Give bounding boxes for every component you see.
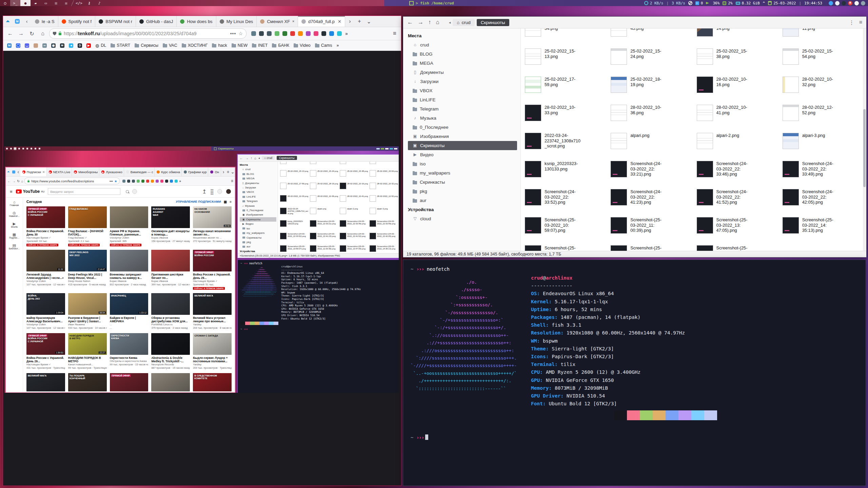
yt-video-card[interactable]: RUSSIANS AGAINST WARОксимирон даёт конце… [151, 206, 190, 246]
extension-icon-7[interactable] [306, 31, 311, 36]
file-entry[interactable]: Screenshot-​(25-03-2022_19:​13:14).png [695, 243, 781, 251]
sidebar-item-VBOX[interactable]: VBOX [240, 190, 278, 194]
yt-video-card[interactable]: ГЛАД ВАЛАКАСГлад Валакас - (НАЧНОЙ ПАТОК… [68, 206, 107, 246]
sidebar-item-Загрузки[interactable]: ↓Загрузки [240, 185, 278, 190]
extension-icon-10[interactable] [329, 31, 334, 36]
file-entry[interactable]: 25-02-2022_15-13.png [523, 46, 609, 74]
yt-video-card[interactable] [151, 373, 190, 391]
tab-scroll-right-button[interactable]: › [345, 16, 355, 27]
yt-video-card[interactable]: ВЕЛИКИЙ МАГА [26, 373, 65, 391]
extension-icon-3[interactable] [275, 31, 279, 36]
page-actions-icon[interactable]: ••• [230, 31, 236, 36]
yt-video-card[interactable]: ТЫ ЛОШАРА КОНЧЕННЫЙ [68, 373, 107, 391]
file-entry[interactable]: Screenshot-​(24-03-2022_22:​41:52).png [695, 186, 781, 215]
yt-video-card[interactable]: Abstractonia & Double Medley ft. Trickys… [151, 333, 190, 370]
bookmark-item[interactable]: Cams [315, 43, 332, 48]
volume[interactable]: 36% [706, 1, 719, 5]
tab-close-icon[interactable]: ✕ [338, 19, 341, 24]
back-button[interactable]: ← [6, 29, 15, 38]
yt-avatar[interactable] [226, 189, 231, 194]
yt-video-card[interactable]: ОКРЕСТНОСТИ КИЕВАОкрестности КиеваОбстре… [110, 333, 149, 370]
yt-video-card[interactable]: СЛОМАН С ЗАПАДАБыдло-сервис Лукдор + пос… [193, 333, 232, 370]
file-entry[interactable]: Screenshot-​(24-03-2022_22:​33:49).png [781, 158, 866, 186]
yt-video-card[interactable]: В СЛЕДСТВЕННОМ КОМИТЕТЕ [193, 373, 232, 391]
file-entry[interactable]: 28-02-2022_10-16.png [695, 74, 781, 102]
file-entry[interactable]: Screenshot-​(24-03-2022_22:​42:05).png [781, 186, 866, 215]
yt-search-icon[interactable] [126, 190, 129, 193]
sidebar-item-BLOG[interactable]: BLOG [408, 49, 520, 59]
file-entry[interactable]: alpari.png [609, 130, 694, 158]
browser-tab[interactable]: Сменил XF🞬 [257, 16, 298, 27]
extension-icon-6[interactable] [298, 31, 303, 36]
terminal-window[interactable]: ~ ››› neofetch ./o. ./sssso- `:osssssss+… [403, 260, 866, 486]
sidebar-item-Скриншоты[interactable]: ▣Скриншоты [408, 141, 517, 150]
yt-notifications-icon[interactable] [217, 189, 222, 194]
file-entry[interactable]: Screenshot-​(25-03-2022_11:​00:39).png [609, 215, 694, 243]
tab-scroll-left-button[interactable]: ‹ [22, 16, 32, 27]
file-entry[interactable]: 24-02-2022_21-34.png [523, 28, 609, 46]
fm-forward-button[interactable]: → [418, 19, 423, 26]
sidebar-item-Telegram[interactable]: Telegram [240, 199, 278, 203]
tab-list-button[interactable]: ⌄ [364, 16, 374, 27]
file-entry[interactable]: 2022-03-24-223742_1308x710_scrot.png [523, 130, 609, 158]
file-entry[interactable]: Screenshot-​(24-03-2022_22:​33:46).png [695, 158, 781, 186]
yt-sidebar-item[interactable]: ▤Библиот... [9, 244, 20, 250]
sidebar-item-VBOX[interactable]: VBOX [408, 86, 520, 95]
yt-video-card[interactable]: Военкомы запрещают снимать на камеру в..… [110, 250, 149, 290]
dnd-toggle[interactable] [688, 1, 692, 5]
bookmark-item[interactable]: hack [212, 43, 227, 48]
eye-bookmark-icon[interactable]: ◉ [51, 43, 56, 48]
clock[interactable]: 19:44:53 [804, 1, 822, 5]
bookmark-item[interactable]: ◍DL [95, 43, 106, 48]
fm-edit-icon[interactable]: ⋮ [849, 19, 854, 26]
file-entry[interactable]: 25-02-2022_15-54.png [781, 46, 866, 74]
nested-crumb-home[interactable]: ⌂ crud [262, 156, 275, 160]
workspace-code-icon[interactable]: </> [74, 0, 84, 6]
yt-video-card[interactable]: Сборка и установка дистрибутива XOW для.… [151, 293, 190, 330]
sidebar-item-cloud[interactable]: ▽cloud [408, 214, 520, 223]
dict-bookmark-icon[interactable]: D [78, 43, 82, 48]
browser-tab[interactable]: My Linux Des [216, 16, 257, 27]
sidebar-item-LinLIFE[interactable]: LinLIFE [408, 95, 520, 104]
sidebar-item-LinLIFE[interactable]: LinLIFE [240, 195, 278, 199]
sidebar-item-Изображения[interactable]: ▣Изображения [408, 132, 520, 141]
sidebar-item-iso[interactable]: iso [240, 226, 278, 231]
discord-bookmark-icon[interactable]: ◡ [25, 43, 29, 48]
workspace-grid-icon[interactable]: ▦ [51, 0, 61, 6]
sidebar-item-Скринкасты[interactable]: Скринкасты [408, 178, 520, 187]
sidebar-item-Скринкасты[interactable]: Скринкасты [240, 236, 278, 240]
sidebar-item-Документы[interactable]: ▯Документы [240, 181, 278, 185]
file-entry[interactable]: Screenshot-​(25-03-2022_14:​48:24).png [523, 243, 609, 251]
file-entry[interactable]: Screenshot-​(25-03-2022_13:​47:05).png [695, 215, 781, 243]
telegram-tray-icon[interactable] [829, 1, 833, 5]
workspace-image-icon[interactable]: ▣ [61, 0, 71, 6]
file-entry[interactable]: 25-02-2022_17-59.png [523, 74, 609, 102]
file-entry[interactable]: alpari-2.png [695, 130, 781, 158]
viewed-screenshot-image[interactable]: Скриншоты ⏶‹▶Подписки✕▶NEXTA Live▶Минобо… [4, 146, 399, 393]
fm-scrollbar[interactable] [863, 28, 866, 251]
sidebar-item-Скриншоты[interactable]: ▣Скриншоты [240, 217, 276, 222]
network-speed[interactable]: 2 KB/s [644, 1, 664, 5]
yt-grid-view-icon[interactable]: ▦ [224, 200, 227, 204]
sidebar-item-Видео[interactable]: ▶Видео [240, 222, 278, 226]
file-entry[interactable]: 28-02-2022_10-33.png [523, 102, 609, 130]
ring-bookmark-icon[interactable]: ◯ [16, 43, 20, 48]
sidebar-item-Музыка[interactable]: ♪Музыка [240, 204, 278, 208]
yt-video-card[interactable]: ВЕЛИКИЙ МАГАВеликий Мага устроил лекцию … [193, 293, 232, 330]
file-entry[interactable]: Screenshot-​(25-03-2022_10:​59:07).png [523, 215, 609, 243]
sidebar-item-Изображения[interactable]: ▣Изображения [240, 212, 278, 217]
file-entry[interactable]: 25-02-2022_12-14.png [695, 28, 781, 46]
sidebar-item-crud[interactable]: ⌂crud [240, 167, 278, 171]
file-entry[interactable]: 28-02-2022_10-36.png [609, 102, 694, 130]
extension-icon-5[interactable] [290, 31, 295, 36]
yt-video-card[interactable]: 11:32Легковой Эдуард Александрович | «ес… [26, 250, 65, 290]
yt-manage-subscriptions-button[interactable]: УПРАВЛЕНИЕ ПОДПИСКАМИ [176, 200, 221, 203]
toolbar-overflow-icon[interactable]: » [345, 31, 348, 36]
extension-icon-4[interactable] [282, 31, 287, 36]
file-entry[interactable]: Screenshot-​(24-03-2022_22:​41:23).png [609, 186, 694, 215]
infinity-bookmark-icon[interactable]: ∞ [42, 43, 47, 48]
home-button[interactable]: ⌂ [38, 29, 47, 38]
workspace-note-icon[interactable]: ♪ [94, 0, 104, 6]
yt-video-card[interactable]: ИНАСРАНЕЦ1:33:12Байден в Европе | АМЕРИК… [110, 293, 149, 330]
yt-apps-icon[interactable]: ⣿ [210, 188, 214, 195]
